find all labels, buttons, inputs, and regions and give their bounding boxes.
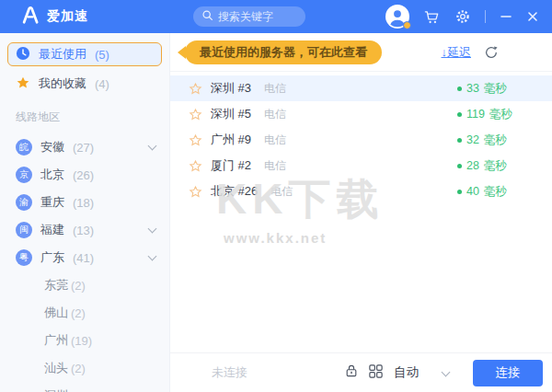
city-count: (14)	[71, 389, 92, 392]
connection-bar: 未连接	[170, 352, 552, 392]
server-name: 深圳 #3	[211, 80, 251, 97]
close-button[interactable]	[526, 10, 539, 23]
server-name: 深圳 #5	[211, 106, 251, 122]
app-logo: 爱加速	[0, 5, 170, 29]
sidebar-city-dongguan[interactable]: 东莞 (2)	[0, 271, 169, 299]
sidebar-city-guangzhou[interactable]: 广州 (19)	[0, 327, 169, 354]
clock-icon	[16, 46, 30, 63]
city-label: 汕头	[44, 360, 68, 376]
latency-value: 119	[466, 108, 485, 121]
province-badge: 粤	[16, 249, 32, 266]
server-carrier: 电信	[270, 184, 293, 200]
sidebar-region-beijing[interactable]: 京 北京 (26)	[0, 161, 169, 189]
user-avatar[interactable]	[385, 5, 409, 29]
region-count: (18)	[73, 196, 94, 210]
mode-selector[interactable]: 自动	[344, 363, 449, 383]
cart-icon[interactable]	[423, 8, 441, 26]
sidebar-region-fujian[interactable]: 闽 福建 (13)	[0, 216, 169, 244]
latency-dot	[457, 138, 462, 143]
minimize-button[interactable]	[500, 10, 512, 23]
city-label: 东莞	[44, 277, 68, 294]
favorite-star-icon[interactable]	[189, 133, 202, 147]
latency-value: 40	[466, 185, 479, 198]
main-panel: 最近使用的服务器，可在此查看 ↓延迟 深圳 #3 电信	[170, 33, 552, 392]
server-carrier: 电信	[264, 158, 286, 174]
city-label: 深圳	[44, 387, 68, 392]
sidebar-city-foshan[interactable]: 佛山 (2)	[0, 299, 169, 327]
city-count: (2)	[71, 306, 86, 320]
latency-dot	[457, 112, 462, 117]
favorite-star-icon[interactable]	[189, 82, 202, 96]
sidebar: 最近使用 (5) 我的收藏 (4) 线路地区 皖 安徽 (27)	[0, 33, 170, 392]
server-row[interactable]: 厦门 #2 电信 28 毫秒	[170, 153, 552, 179]
connection-status: 未连接	[212, 364, 247, 381]
city-label: 佛山	[44, 305, 68, 321]
favorite-star-icon[interactable]	[189, 185, 202, 199]
server-latency: 28 毫秒	[457, 158, 552, 174]
sidebar-item-count: (5)	[95, 48, 109, 62]
latency-dot	[457, 164, 462, 168]
server-name: 厦门 #2	[211, 157, 251, 174]
server-row[interactable]: 广州 #9 电信 32 毫秒	[170, 127, 552, 153]
sidebar-region-chongqing[interactable]: 渝 重庆 (18)	[0, 189, 169, 216]
sidebar-city-shantou[interactable]: 汕头 (2)	[0, 354, 169, 382]
server-latency: 32 毫秒	[457, 133, 552, 148]
sidebar-section-label: 线路地区	[0, 98, 169, 133]
region-count: (26)	[73, 168, 94, 182]
latency-unit: 毫秒	[484, 133, 507, 148]
watermark-url: www.kkx.net	[224, 230, 384, 246]
titlebar-controls	[385, 5, 552, 29]
logo-a-icon	[20, 5, 40, 29]
sidebar-region-anhui[interactable]: 皖 安徽 (27)	[0, 133, 169, 161]
lock-icon[interactable]	[344, 363, 359, 382]
region-label: 重庆	[40, 194, 64, 211]
app-window: 爱加速	[0, 0, 552, 392]
chevron-down-icon	[442, 367, 451, 376]
latency-unit: 毫秒	[484, 158, 507, 174]
chevron-down-icon	[148, 141, 157, 150]
latency-unit: 毫秒	[489, 107, 512, 122]
server-list: 深圳 #3 电信 33 毫秒 深圳 #5 电信	[170, 75, 552, 204]
search-box[interactable]	[193, 6, 305, 27]
chevron-down-icon	[148, 224, 157, 233]
gear-icon[interactable]	[454, 8, 471, 25]
favorite-star-icon[interactable]	[189, 108, 202, 121]
latency-unit: 毫秒	[484, 81, 507, 97]
sidebar-city-shenzhen[interactable]: 深圳 (14)	[0, 382, 169, 392]
sidebar-item-label: 我的收藏	[39, 75, 86, 92]
server-row[interactable]: 北京 #26 电信 40 毫秒	[170, 179, 552, 204]
server-latency: 119 毫秒	[457, 107, 552, 122]
connect-button[interactable]: 连接	[473, 360, 543, 386]
search-input[interactable]	[218, 10, 297, 23]
server-latency: 40 毫秒	[457, 184, 552, 200]
titlebar-separator	[485, 10, 486, 23]
refresh-icon[interactable]	[484, 45, 499, 60]
region-label: 广东	[40, 249, 64, 266]
sidebar-item-label: 最近使用	[39, 46, 86, 63]
star-icon	[16, 75, 30, 93]
favorite-star-icon[interactable]	[189, 159, 202, 173]
list-header: 最近使用的服务器，可在此查看 ↓延迟	[170, 33, 552, 72]
region-label: 北京	[40, 167, 64, 183]
server-latency: 33 毫秒	[457, 81, 552, 97]
sidebar-item-count: (4)	[95, 77, 109, 91]
city-count: (2)	[71, 362, 86, 375]
province-badge: 闽	[16, 222, 32, 238]
server-row[interactable]: 深圳 #5 电信 119 毫秒	[170, 101, 552, 127]
province-badge: 渝	[16, 194, 32, 211]
server-name: 广州 #9	[211, 132, 251, 148]
latency-value: 32	[466, 133, 479, 146]
sort-by-latency[interactable]: ↓延迟	[442, 44, 472, 61]
sidebar-item-recent[interactable]: 最近使用 (5)	[7, 42, 162, 66]
sidebar-item-favorites[interactable]: 我的收藏 (4)	[0, 70, 169, 98]
latency-value: 28	[466, 159, 479, 172]
chevron-down-icon	[148, 251, 157, 260]
mode-label: 自动	[394, 364, 419, 381]
latency-dot	[457, 190, 462, 194]
grid-mode-icon[interactable]	[368, 363, 384, 383]
region-count: (41)	[73, 251, 94, 265]
server-row[interactable]: 深圳 #3 电信 33 毫秒	[170, 75, 552, 101]
sidebar-region-guangdong[interactable]: 粤 广东 (41)	[0, 244, 169, 271]
recent-servers-banner: 最近使用的服务器，可在此查看	[185, 40, 382, 64]
city-label: 广州	[44, 332, 68, 349]
